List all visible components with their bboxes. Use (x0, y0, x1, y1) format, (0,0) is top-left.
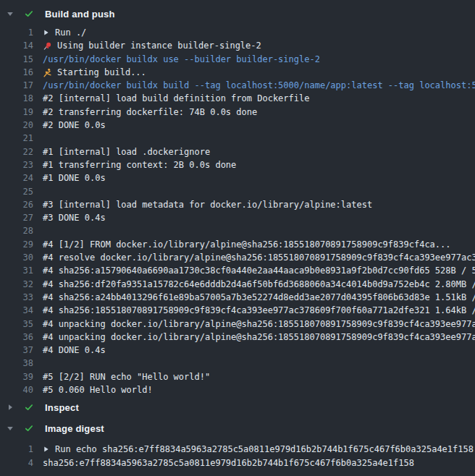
log-text-content: #1 DONE 0.0s (43, 171, 106, 184)
line-number[interactable]: 18 (0, 92, 33, 105)
log-text: #2 [internal] load build definition from… (43, 92, 309, 105)
chevron-down-icon (7, 425, 14, 432)
success-check-icon (24, 402, 34, 412)
line-number[interactable]: 40 (0, 383, 33, 396)
log-text: #4 DONE 0.4s (43, 344, 106, 357)
line-number[interactable]: 26 (0, 198, 33, 211)
log-text: #4 [1/2] FROM docker.io/library/alpine@s… (43, 238, 451, 251)
check-icon (24, 423, 34, 433)
log-text: #4 unpacking docker.io/library/alpine@sh… (43, 331, 475, 344)
line-number[interactable]: 23 (0, 158, 33, 171)
section-header-inspect[interactable]: Inspect (0, 401, 475, 413)
line-number[interactable]: 37 (0, 344, 33, 357)
section-header-image-digest[interactable]: Image digest (0, 422, 475, 434)
log-text: #1 [internal] load .dockerignore (43, 145, 210, 158)
chevron-down-icon[interactable] (7, 425, 14, 432)
line-number[interactable]: 38 (0, 357, 33, 370)
log-text: #4 resolve docker.io/library/alpine@sha2… (43, 251, 475, 264)
log-text-content: #4 resolve docker.io/library/alpine@sha2… (43, 251, 475, 264)
line-number[interactable]: 35 (0, 318, 33, 331)
log-text-content: #1 [internal] load .dockerignore (43, 145, 210, 158)
expander-triangle-icon (43, 29, 49, 36)
pushpin-icon (43, 41, 52, 51)
line-number[interactable]: 30 (0, 251, 33, 264)
log-text: sha256:e7ff8834a5963a2785c5a0811e979d16b… (43, 456, 414, 469)
line-number[interactable]: 33 (0, 291, 33, 304)
runner-icon (43, 68, 52, 77)
log-line: 23#1 transferring context: 2B 0.0s done (0, 158, 475, 171)
line-number[interactable]: 36 (0, 331, 33, 344)
log-line: 19#2 transferring dockerfile: 74B 0.0s d… (0, 106, 475, 119)
line-number[interactable]: 1 (0, 26, 33, 39)
chevron-down-icon[interactable] (7, 10, 14, 17)
log-section-inspect: Inspect (0, 401, 475, 413)
line-number[interactable]: 31 (0, 264, 33, 277)
log-text-content: Starting build... (57, 66, 146, 79)
log-text: #4 sha256:df20fa9351a15782c64e6dddb2d4a6… (43, 278, 475, 291)
section-title: Inspect (45, 402, 79, 413)
log-line: 18#2 [internal] load build definition fr… (0, 92, 475, 105)
pushpin-icon (43, 41, 52, 51)
log-line: 28 (0, 224, 475, 237)
line-number[interactable]: 22 (0, 145, 33, 158)
log-text-content: #3 DONE 0.4s (43, 211, 106, 224)
log-line: 35#4 unpacking docker.io/library/alpine@… (0, 318, 475, 331)
line-number[interactable]: 24 (0, 171, 33, 184)
log-text: Starting build... (43, 66, 146, 79)
log-text: #4 sha256:a24bb4013296f61e89ba57005a7b3e… (43, 291, 475, 304)
log-text: #5 [2/2] RUN echo "Hello world!" (43, 370, 210, 383)
log-line: 40#5 0.060 Hello world! (0, 383, 475, 396)
log-command-text: /usr/bin/docker buildx use --builder bui… (43, 53, 320, 66)
log-line: 15/usr/bin/docker buildx use --builder b… (0, 53, 475, 66)
log-line: 27#3 DONE 0.4s (0, 211, 475, 224)
line-number[interactable]: 15 (0, 53, 33, 66)
log-text-content: #2 [internal] load build definition from… (43, 92, 309, 105)
log-text-content: Run ./ (55, 26, 86, 39)
line-number[interactable]: 16 (0, 66, 33, 79)
line-number[interactable]: 20 (0, 119, 33, 132)
log-line: 20#2 DONE 0.0s (0, 119, 475, 132)
line-number[interactable]: 27 (0, 211, 33, 224)
log-text-content: #2 DONE 0.0s (43, 119, 106, 132)
line-number[interactable]: 21 (0, 132, 33, 145)
line-number[interactable]: 25 (0, 185, 33, 198)
chevron-right-icon[interactable] (7, 404, 14, 411)
section-header-build-and-push[interactable]: Build and push (0, 8, 475, 20)
expander-triangle-icon[interactable] (43, 29, 49, 36)
log-text: #4 sha256:185518070891758909c9f839cf4ca3… (43, 304, 475, 317)
log-text-content: Run echo sha256:e7ff8834a5963a2785c5a081… (55, 443, 474, 456)
chevron-down-icon (7, 10, 14, 17)
log-text: #1 transferring context: 2B 0.0s done (43, 158, 236, 171)
log-text-content: #5 [2/2] RUN echo "Hello world!" (43, 370, 210, 383)
line-number[interactable]: 39 (0, 370, 33, 383)
line-number[interactable]: 4 (0, 456, 33, 469)
log-line: 29#4 [1/2] FROM docker.io/library/alpine… (0, 238, 475, 251)
log-line: 31#4 sha256:a15790640a6690aa1730c38cf0a4… (0, 264, 475, 277)
log-line: 37#4 DONE 0.4s (0, 344, 475, 357)
log-line: 32#4 sha256:df20fa9351a15782c64e6dddb2d4… (0, 278, 475, 291)
log-text-content: /usr/bin/docker buildx build --tag local… (43, 79, 475, 92)
expander-triangle-icon[interactable] (43, 446, 49, 453)
log-text-content: #4 DONE 0.4s (43, 344, 106, 357)
success-check-icon (24, 9, 34, 19)
log-line: 26#3 [internal] load metadata for docker… (0, 198, 475, 211)
line-number[interactable]: 19 (0, 106, 33, 119)
log-text: #2 DONE 0.0s (43, 119, 106, 132)
log-lines: 1Run echo sha256:e7ff8834a5963a2785c5a08… (0, 443, 475, 469)
line-number[interactable]: 34 (0, 304, 33, 317)
log-text: Run ./ (43, 26, 86, 39)
chevron-right-icon (7, 404, 14, 411)
line-number[interactable]: 32 (0, 278, 33, 291)
log-line: 21 (0, 132, 475, 145)
log-text: Using builder instance builder-single-2 (43, 39, 261, 52)
line-number[interactable]: 17 (0, 79, 33, 92)
line-number[interactable]: 1 (0, 443, 33, 456)
line-number[interactable]: 14 (0, 39, 33, 52)
log-text: #4 unpacking docker.io/library/alpine@sh… (43, 318, 475, 331)
line-number[interactable]: 29 (0, 238, 33, 251)
log-section-image-digest: Image digest1Run echo sha256:e7ff8834a59… (0, 422, 475, 469)
log-section-build-and-push: Build and push1Run ./14Using builder ins… (0, 8, 475, 396)
line-number[interactable]: 28 (0, 224, 33, 237)
log-text-content: #4 unpacking docker.io/library/alpine@sh… (43, 318, 475, 331)
success-check-icon (24, 423, 34, 433)
